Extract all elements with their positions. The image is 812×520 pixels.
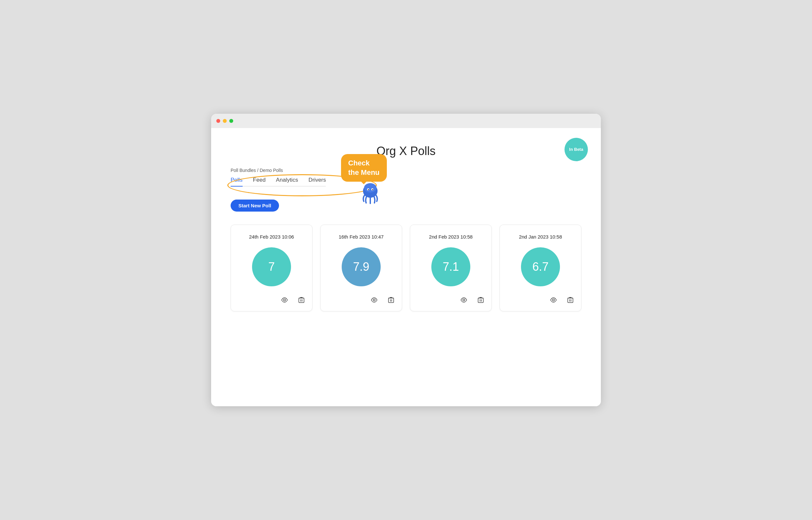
view-poll-button[interactable] xyxy=(369,296,379,304)
svg-rect-12 xyxy=(389,298,394,303)
minimize-dot[interactable] xyxy=(223,119,227,123)
delete-poll-button[interactable] xyxy=(297,295,306,305)
svg-point-5 xyxy=(372,189,373,190)
tab-analytics[interactable]: Analytics xyxy=(276,177,298,186)
svg-point-4 xyxy=(368,189,369,190)
in-beta-badge: In Beta xyxy=(564,138,588,161)
maximize-dot[interactable] xyxy=(229,119,233,123)
tabs-nav: Polls Feed Analytics Drivers xyxy=(231,177,326,186)
score-circle: 6.7 xyxy=(521,247,560,286)
polls-grid: 24th Feb 2023 10:06 7 xyxy=(231,225,581,311)
breadcrumb: Poll Bundles / Demo Polls xyxy=(231,168,581,173)
main-content: In Beta Org X Polls Poll Bundles / Demo … xyxy=(211,128,601,406)
svg-point-16 xyxy=(463,299,465,301)
delete-poll-button[interactable] xyxy=(476,295,485,305)
svg-point-21 xyxy=(553,299,554,301)
poll-card: 24th Feb 2023 10:06 7 xyxy=(231,225,312,311)
tab-feed[interactable]: Feed xyxy=(253,177,266,186)
breadcrumb-separator: / xyxy=(256,168,260,173)
poll-card-actions xyxy=(417,295,485,305)
poll-card: 2nd Jan 2023 10:58 6.7 xyxy=(500,225,581,311)
trash-icon xyxy=(388,297,394,303)
poll-card-actions xyxy=(327,295,395,305)
window-titlebar xyxy=(211,114,601,128)
svg-point-1 xyxy=(364,183,376,193)
close-dot[interactable] xyxy=(216,119,220,123)
view-poll-button[interactable] xyxy=(280,296,289,304)
eye-icon xyxy=(460,297,467,303)
score-circle: 7.1 xyxy=(431,247,470,286)
svg-rect-22 xyxy=(568,298,573,303)
delete-poll-button[interactable] xyxy=(387,295,395,305)
poll-card: 16th Feb 2023 10:47 7.9 xyxy=(320,225,402,311)
view-poll-button[interactable] xyxy=(459,296,469,304)
view-poll-button[interactable] xyxy=(549,296,558,304)
svg-point-0 xyxy=(363,184,378,198)
tab-drivers[interactable]: Drivers xyxy=(309,177,326,186)
svg-point-2 xyxy=(367,188,369,190)
app-window: In Beta Org X Polls Poll Bundles / Demo … xyxy=(211,114,601,406)
eye-icon xyxy=(371,297,378,303)
breadcrumb-part2: Demo Polls xyxy=(260,168,283,173)
svg-point-6 xyxy=(284,299,285,301)
svg-point-11 xyxy=(373,299,375,301)
delete-poll-button[interactable] xyxy=(566,295,575,305)
poll-date: 2nd Jan 2023 10:58 xyxy=(519,234,562,239)
trash-icon xyxy=(299,297,304,303)
tabs-area: Check the Menu xyxy=(231,177,581,186)
breadcrumb-part1: Poll Bundles xyxy=(231,168,256,173)
poll-card: 2nd Feb 2023 10:58 7.1 xyxy=(410,225,492,311)
poll-date: 24th Feb 2023 10:06 xyxy=(249,234,294,239)
eye-icon xyxy=(281,297,288,303)
poll-card-actions xyxy=(506,295,575,305)
trash-icon xyxy=(567,297,573,303)
poll-card-actions xyxy=(237,295,306,305)
svg-rect-7 xyxy=(299,298,304,303)
page-title: Org X Polls xyxy=(231,144,581,158)
trash-icon xyxy=(478,297,484,303)
tab-polls[interactable]: Polls xyxy=(231,177,243,186)
octopus-mascot xyxy=(357,180,383,206)
score-circle: 7 xyxy=(252,247,291,286)
start-new-poll-button[interactable]: Start New Poll xyxy=(231,200,279,212)
eye-icon xyxy=(550,297,557,303)
score-circle: 7.9 xyxy=(342,247,381,286)
svg-rect-17 xyxy=(478,298,483,303)
poll-date: 2nd Feb 2023 10:58 xyxy=(429,234,473,239)
poll-date: 16th Feb 2023 10:47 xyxy=(339,234,384,239)
svg-point-3 xyxy=(371,188,373,190)
